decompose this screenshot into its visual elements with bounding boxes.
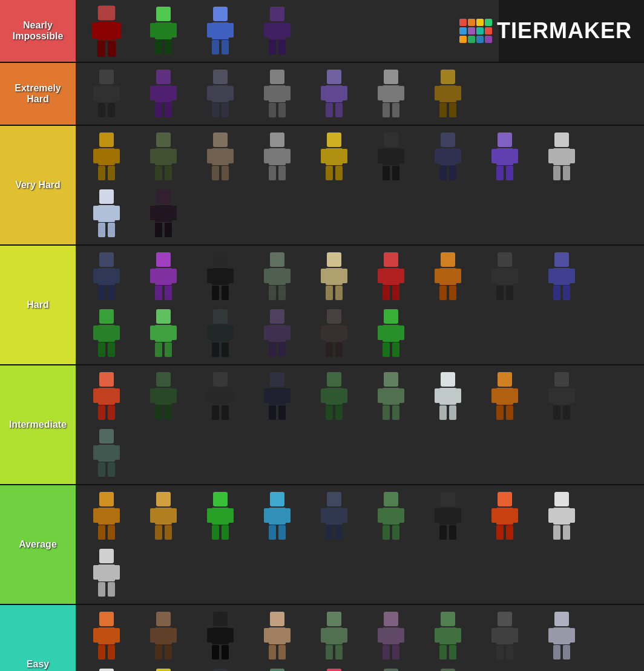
char-e6[interactable] <box>364 609 418 663</box>
char-eh3[interactable] <box>193 67 248 121</box>
char-e5[interactable] <box>307 609 361 663</box>
char-eh4[interactable] <box>250 67 304 121</box>
tier-content-intermediate <box>76 365 644 484</box>
tier-row-extremely-hard: Extremely Hard <box>0 63 644 126</box>
tier-label-easy: Easy <box>0 605 76 671</box>
char-e15[interactable] <box>364 666 418 671</box>
char-e8[interactable] <box>478 609 532 663</box>
char-e1[interactable] <box>79 609 134 663</box>
char-e13[interactable] <box>250 666 304 671</box>
char-h11[interactable] <box>136 306 191 361</box>
char-h12[interactable] <box>193 306 248 361</box>
char-vh8[interactable] <box>478 129 532 184</box>
char-ni1[interactable] <box>79 4 134 58</box>
tier-row-intermediate: Intermediate <box>0 365 644 485</box>
char-h15[interactable] <box>364 306 418 361</box>
tier-content-nearly-impossible <box>76 0 499 62</box>
char-vh10[interactable] <box>79 186 134 241</box>
tier-content-extremely-hard <box>76 63 644 125</box>
tier-list: Nearly Impossible <box>0 0 644 671</box>
char-im7[interactable] <box>421 369 475 424</box>
char-im8[interactable] <box>478 369 532 424</box>
char-ni2[interactable] <box>136 4 191 58</box>
tier-row-hard: Hard <box>0 246 644 365</box>
char-vh5[interactable] <box>307 129 361 184</box>
logo-grid <box>459 19 492 43</box>
char-h2[interactable] <box>136 249 191 304</box>
char-vh6[interactable] <box>364 129 418 184</box>
char-h4[interactable] <box>250 249 304 304</box>
char-vh4[interactable] <box>250 129 304 184</box>
tier-row-average: Average <box>0 485 644 605</box>
char-vh1[interactable] <box>79 129 134 184</box>
tiermaker-logo: TierMaker <box>459 18 632 44</box>
char-av9[interactable] <box>534 489 589 543</box>
tiermaker-logo-area: TierMaker <box>499 0 644 62</box>
char-im9[interactable] <box>534 369 589 424</box>
char-vh9[interactable] <box>534 129 589 184</box>
char-h3[interactable] <box>193 249 248 304</box>
tier-content-average <box>76 485 644 604</box>
char-e3[interactable] <box>193 609 248 663</box>
tier-row-easy: Easy <box>0 605 644 671</box>
char-av5[interactable] <box>307 489 361 543</box>
char-h14[interactable] <box>307 306 361 361</box>
char-e11[interactable] <box>136 666 191 671</box>
char-e10[interactable] <box>79 666 134 671</box>
char-e14[interactable] <box>307 666 361 671</box>
tier-label-nearly-impossible: Nearly Impossible <box>0 0 76 62</box>
char-h7[interactable] <box>421 249 475 304</box>
char-eh2[interactable] <box>136 67 191 121</box>
tier-content-easy <box>76 605 644 671</box>
char-av8[interactable] <box>478 489 532 543</box>
char-im3[interactable] <box>193 369 248 424</box>
char-e2[interactable] <box>136 609 191 663</box>
tier-content-very-hard <box>76 126 644 244</box>
char-h10[interactable] <box>79 306 134 361</box>
char-ni4[interactable] <box>250 4 304 58</box>
char-ni3[interactable] <box>193 4 248 58</box>
tier-row-very-hard: Very Hard <box>0 126 644 246</box>
char-av10[interactable] <box>79 546 134 600</box>
char-av6[interactable] <box>364 489 418 543</box>
char-im10[interactable] <box>79 426 134 480</box>
char-im6[interactable] <box>364 369 418 424</box>
char-e7[interactable] <box>421 609 475 663</box>
char-h5[interactable] <box>307 249 361 304</box>
char-h1[interactable] <box>79 249 134 304</box>
char-e4[interactable] <box>250 609 304 663</box>
char-im5[interactable] <box>307 369 361 424</box>
char-h13[interactable] <box>250 306 304 361</box>
char-im2[interactable] <box>136 369 191 424</box>
char-av4[interactable] <box>250 489 304 543</box>
tier-label-very-hard: Very Hard <box>0 126 76 244</box>
char-av7[interactable] <box>421 489 475 543</box>
char-vh7[interactable] <box>421 129 475 184</box>
char-e16[interactable] <box>421 666 475 671</box>
char-vh11[interactable] <box>136 186 191 241</box>
char-eh7[interactable] <box>421 67 475 121</box>
char-h6[interactable] <box>364 249 418 304</box>
char-eh1[interactable] <box>79 67 134 121</box>
tier-label-average: Average <box>0 485 76 604</box>
char-vh3[interactable] <box>193 129 248 184</box>
char-im1[interactable] <box>79 369 134 424</box>
tier-label-intermediate: Intermediate <box>0 365 76 484</box>
tier-label-hard: Hard <box>0 246 76 364</box>
char-av3[interactable] <box>193 489 248 543</box>
char-eh5[interactable] <box>307 67 361 121</box>
logo-text: TierMaker <box>497 18 632 44</box>
char-vh2[interactable] <box>136 129 191 184</box>
char-h9[interactable] <box>534 249 589 304</box>
tier-label-extremely-hard: Extremely Hard <box>0 63 76 125</box>
char-e9[interactable] <box>534 609 589 663</box>
char-av2[interactable] <box>136 489 191 543</box>
char-eh6[interactable] <box>364 67 418 121</box>
tier-content-hard <box>76 246 644 364</box>
char-e12[interactable] <box>193 666 248 671</box>
char-h8[interactable] <box>478 249 532 304</box>
char-av1[interactable] <box>79 489 134 543</box>
char-im4[interactable] <box>250 369 304 424</box>
